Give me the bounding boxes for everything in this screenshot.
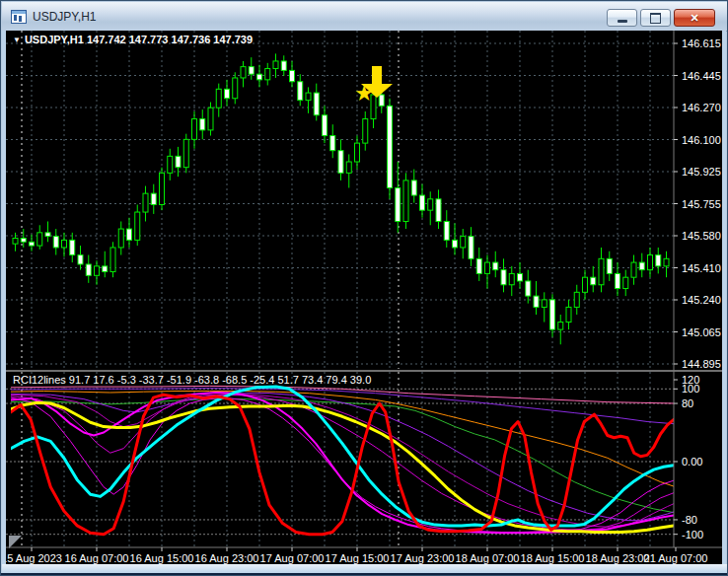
time-axis: 15 Aug 202316 Aug 07:0016 Aug 15:0016 Au… [6, 547, 707, 564]
candle-body [583, 277, 588, 292]
candle-body [591, 277, 596, 285]
chart-dropdown-icon[interactable]: ▼ [13, 36, 21, 44]
candle-body [623, 277, 628, 288]
candle-body [78, 255, 83, 264]
chart-client-area: ★146.615146.445146.270146.100145.925145.… [6, 31, 724, 564]
chart-canvas[interactable]: ★146.615146.445146.270146.100145.925145.… [6, 31, 724, 564]
candles[interactable] [13, 53, 669, 344]
candle-body [338, 151, 343, 174]
candle-body [118, 229, 123, 248]
svg-text:146.270: 146.270 [682, 102, 721, 113]
pane-resize-grip-icon[interactable] [9, 536, 22, 548]
signal-annotations: ★ [354, 66, 393, 106]
candle-body [469, 237, 473, 259]
titlebar[interactable]: USDJPY,H1 ✕ [2, 2, 728, 32]
minimize-icon [618, 20, 627, 23]
restore-button[interactable] [640, 9, 671, 27]
svg-text:17 Aug 07:00: 17 Aug 07:00 [260, 552, 325, 564]
candle-body [200, 119, 205, 130]
candle-body [476, 258, 481, 273]
candle-body [542, 300, 546, 308]
candle-body [30, 242, 35, 246]
candle-body [21, 239, 26, 243]
rci-lines [11, 386, 674, 534]
candle-body [249, 67, 254, 75]
candle-body [168, 156, 173, 173]
candle-body [420, 195, 425, 210]
candle-body [648, 255, 653, 270]
indicator-axis: 120100800.00-80-100 [674, 374, 703, 540]
restore-icon [650, 13, 661, 24]
close-button[interactable]: ✕ [674, 9, 715, 27]
svg-text:146.615: 146.615 [682, 37, 721, 49]
window-frame-left [2, 31, 6, 564]
svg-text:16 Aug 23:00: 16 Aug 23:00 [195, 552, 259, 564]
candle-body [461, 237, 466, 248]
pane-divider[interactable] [6, 370, 724, 372]
candle-body [509, 273, 514, 284]
candle-body [379, 95, 384, 106]
svg-text:-80: -80 [682, 514, 697, 526]
candle-body [485, 262, 490, 273]
svg-text:145.065: 145.065 [682, 326, 721, 338]
svg-text:0.00: 0.00 [682, 456, 702, 468]
svg-text:100: 100 [682, 383, 699, 395]
window-frame-right [722, 31, 726, 564]
candle-body [160, 173, 165, 204]
svg-text:146.445: 146.445 [682, 70, 721, 82]
candle-body [574, 292, 579, 307]
candle-body [281, 61, 286, 70]
candle-body [639, 262, 644, 270]
chart-ohlc-text: USDJPY,H1 147.742 147.773 147.736 147.73… [25, 34, 253, 45]
candle-body [396, 187, 400, 221]
svg-text:18 Aug 23:00: 18 Aug 23:00 [586, 552, 650, 564]
candle-body [453, 240, 458, 248]
candle-body [363, 119, 368, 144]
minimize-button[interactable] [607, 9, 637, 27]
candle-body [151, 193, 156, 204]
candle-body [37, 233, 42, 246]
svg-text:17 Aug 15:00: 17 Aug 15:00 [326, 552, 390, 564]
candle-body [403, 180, 408, 222]
candle-body [233, 78, 238, 99]
candle-body [192, 119, 197, 140]
candle-body [558, 323, 563, 330]
window-frame-bottom [2, 564, 728, 573]
candle-body [290, 70, 295, 81]
candle-body [70, 240, 75, 254]
price-axis: 146.615146.445146.270146.100145.925145.7… [674, 37, 721, 370]
candle-body [493, 262, 498, 270]
candle-body [355, 143, 360, 162]
candle-body [631, 262, 636, 277]
rci-blueviolet [11, 389, 674, 424]
candle-body [183, 139, 188, 167]
candle-body [346, 162, 351, 173]
star-icon[interactable]: ★ [354, 81, 374, 106]
svg-text:17 Aug 23:00: 17 Aug 23:00 [391, 552, 455, 564]
candle-body [550, 300, 555, 329]
candle-body [444, 221, 449, 240]
svg-text:15 Aug 2023: 15 Aug 2023 [6, 552, 62, 564]
svg-text:145.925: 145.925 [682, 166, 721, 178]
svg-text:21 Aug 07:00: 21 Aug 07:00 [644, 552, 708, 564]
candle-body [388, 106, 393, 187]
candle-body [241, 67, 246, 78]
svg-text:16 Aug 15:00: 16 Aug 15:00 [130, 552, 194, 564]
rci-orange [11, 392, 674, 487]
svg-text:80: 80 [682, 397, 693, 409]
candle-body [225, 89, 230, 98]
candle-body [110, 248, 115, 272]
candle-body [518, 273, 523, 281]
close-icon: ✕ [690, 13, 698, 24]
candle-body [428, 199, 433, 210]
candle-body [208, 108, 213, 130]
candle-body [534, 296, 539, 307]
window-title: USDJPY,H1 [33, 10, 96, 24]
svg-text:145.755: 145.755 [682, 198, 721, 210]
candle-body [86, 264, 91, 275]
candle-body [298, 82, 303, 101]
candle-body [306, 93, 311, 101]
svg-text:16 Aug 07:00: 16 Aug 07:00 [65, 552, 129, 564]
svg-text:18 Aug 07:00: 18 Aug 07:00 [456, 552, 520, 564]
svg-text:18 Aug 15:00: 18 Aug 15:00 [521, 552, 585, 564]
